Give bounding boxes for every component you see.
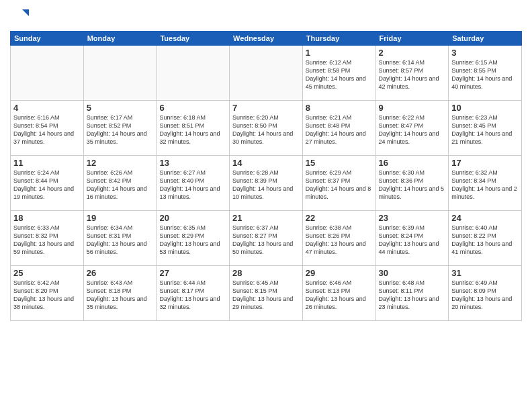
week-row-2: 11Sunrise: 6:24 AM Sunset: 8:44 PM Dayli… [11, 156, 522, 211]
day-number: 2 [379, 48, 446, 58]
day-info: Sunrise: 6:42 AM Sunset: 8:20 PM Dayligh… [13, 279, 81, 312]
week-row-0: 1Sunrise: 6:12 AM Sunset: 8:58 PM Daylig… [11, 46, 522, 101]
calendar-cell: 2Sunrise: 6:14 AM Sunset: 8:57 PM Daylig… [375, 46, 449, 101]
calendar-cell: 23Sunrise: 6:39 AM Sunset: 8:24 PM Dayli… [375, 211, 449, 266]
day-number: 3 [451, 48, 519, 58]
calendar-table: SundayMondayTuesdayWednesdayThursdayFrid… [10, 31, 522, 321]
day-number: 18 [13, 213, 81, 223]
day-info: Sunrise: 6:30 AM Sunset: 8:36 PM Dayligh… [379, 169, 446, 201]
day-info: Sunrise: 6:38 AM Sunset: 8:26 PM Dayligh… [306, 224, 373, 257]
day-number: 26 [87, 268, 154, 278]
day-number: 31 [451, 268, 519, 278]
day-info: Sunrise: 6:34 AM Sunset: 8:31 PM Dayligh… [87, 224, 154, 257]
day-number: 23 [379, 213, 446, 223]
logo [10, 7, 32, 27]
day-number: 19 [87, 213, 154, 223]
day-info: Sunrise: 6:18 AM Sunset: 8:51 PM Dayligh… [159, 113, 226, 146]
day-number: 1 [306, 48, 373, 58]
calendar-cell: 13Sunrise: 6:27 AM Sunset: 8:40 PM Dayli… [157, 156, 230, 211]
day-info: Sunrise: 6:33 AM Sunset: 8:32 PM Dayligh… [13, 224, 81, 257]
day-info: Sunrise: 6:24 AM Sunset: 8:44 PM Dayligh… [13, 169, 81, 201]
day-info: Sunrise: 6:48 AM Sunset: 8:11 PM Dayligh… [379, 279, 446, 312]
page-container: SundayMondayTuesdayWednesdayThursdayFrid… [0, 0, 532, 411]
day-number: 16 [379, 158, 446, 168]
day-info: Sunrise: 6:27 AM Sunset: 8:40 PM Dayligh… [159, 169, 226, 201]
calendar-cell: 15Sunrise: 6:29 AM Sunset: 8:37 PM Dayli… [302, 156, 375, 211]
header [10, 7, 522, 27]
column-header-saturday: Saturday [449, 32, 522, 46]
day-info: Sunrise: 6:40 AM Sunset: 8:22 PM Dayligh… [451, 224, 519, 257]
day-info: Sunrise: 6:29 AM Sunset: 8:37 PM Dayligh… [306, 169, 373, 201]
calendar-cell: 28Sunrise: 6:45 AM Sunset: 8:15 PM Dayli… [230, 266, 303, 321]
calendar-cell: 10Sunrise: 6:23 AM Sunset: 8:45 PM Dayli… [449, 101, 522, 156]
calendar-cell: 1Sunrise: 6:12 AM Sunset: 8:58 PM Daylig… [302, 46, 375, 101]
calendar-cell: 22Sunrise: 6:38 AM Sunset: 8:26 PM Dayli… [302, 211, 375, 266]
calendar-cell: 20Sunrise: 6:35 AM Sunset: 8:29 PM Dayli… [157, 211, 230, 266]
calendar-cell [230, 46, 303, 101]
calendar-cell: 6Sunrise: 6:18 AM Sunset: 8:51 PM Daylig… [157, 101, 230, 156]
day-number: 28 [232, 268, 300, 278]
day-info: Sunrise: 6:17 AM Sunset: 8:52 PM Dayligh… [87, 113, 154, 146]
day-number: 30 [379, 268, 446, 278]
column-header-tuesday: Tuesday [157, 32, 230, 46]
week-row-4: 25Sunrise: 6:42 AM Sunset: 8:20 PM Dayli… [11, 266, 522, 321]
day-number: 25 [13, 268, 81, 278]
day-info: Sunrise: 6:35 AM Sunset: 8:29 PM Dayligh… [159, 224, 226, 257]
day-info: Sunrise: 6:15 AM Sunset: 8:55 PM Dayligh… [451, 58, 519, 91]
day-info: Sunrise: 6:46 AM Sunset: 8:13 PM Dayligh… [306, 279, 373, 312]
day-number: 4 [13, 103, 81, 113]
day-number: 22 [306, 213, 373, 223]
day-number: 15 [306, 158, 373, 168]
day-info: Sunrise: 6:21 AM Sunset: 8:48 PM Dayligh… [306, 113, 373, 146]
header-row: SundayMondayTuesdayWednesdayThursdayFrid… [11, 32, 522, 46]
day-info: Sunrise: 6:37 AM Sunset: 8:27 PM Dayligh… [232, 224, 300, 257]
column-header-sunday: Sunday [11, 32, 84, 46]
calendar-cell: 31Sunrise: 6:49 AM Sunset: 8:09 PM Dayli… [449, 266, 522, 321]
day-info: Sunrise: 6:14 AM Sunset: 8:57 PM Dayligh… [379, 58, 446, 91]
week-row-1: 4Sunrise: 6:16 AM Sunset: 8:54 PM Daylig… [11, 101, 522, 156]
day-info: Sunrise: 6:20 AM Sunset: 8:50 PM Dayligh… [232, 113, 300, 146]
column-header-thursday: Thursday [302, 32, 375, 46]
calendar-cell: 4Sunrise: 6:16 AM Sunset: 8:54 PM Daylig… [11, 101, 84, 156]
calendar-cell: 26Sunrise: 6:43 AM Sunset: 8:18 PM Dayli… [83, 266, 157, 321]
svg-marker-0 [22, 9, 29, 16]
calendar-cell: 25Sunrise: 6:42 AM Sunset: 8:20 PM Dayli… [11, 266, 84, 321]
calendar-body: 1Sunrise: 6:12 AM Sunset: 8:58 PM Daylig… [11, 46, 522, 321]
day-info: Sunrise: 6:44 AM Sunset: 8:17 PM Dayligh… [159, 279, 226, 312]
calendar-cell: 17Sunrise: 6:32 AM Sunset: 8:34 PM Dayli… [449, 156, 522, 211]
day-info: Sunrise: 6:26 AM Sunset: 8:42 PM Dayligh… [87, 169, 154, 201]
calendar-cell: 9Sunrise: 6:22 AM Sunset: 8:47 PM Daylig… [375, 101, 449, 156]
day-number: 13 [159, 158, 226, 168]
day-info: Sunrise: 6:32 AM Sunset: 8:34 PM Dayligh… [451, 169, 519, 201]
calendar-cell: 16Sunrise: 6:30 AM Sunset: 8:36 PM Dayli… [375, 156, 449, 211]
day-info: Sunrise: 6:16 AM Sunset: 8:54 PM Dayligh… [13, 113, 81, 146]
calendar-cell [157, 46, 230, 101]
calendar-cell: 3Sunrise: 6:15 AM Sunset: 8:55 PM Daylig… [449, 46, 522, 101]
column-header-monday: Monday [83, 32, 157, 46]
calendar-cell: 12Sunrise: 6:26 AM Sunset: 8:42 PM Dayli… [83, 156, 157, 211]
day-info: Sunrise: 6:23 AM Sunset: 8:45 PM Dayligh… [451, 113, 519, 146]
day-number: 24 [451, 213, 519, 223]
day-number: 20 [159, 213, 226, 223]
calendar-cell: 11Sunrise: 6:24 AM Sunset: 8:44 PM Dayli… [11, 156, 84, 211]
calendar-cell [11, 46, 84, 101]
day-number: 10 [451, 103, 519, 113]
day-number: 6 [159, 103, 226, 113]
day-info: Sunrise: 6:12 AM Sunset: 8:58 PM Dayligh… [306, 58, 373, 91]
day-info: Sunrise: 6:39 AM Sunset: 8:24 PM Dayligh… [379, 224, 446, 257]
day-number: 7 [232, 103, 300, 113]
calendar-cell: 14Sunrise: 6:28 AM Sunset: 8:39 PM Dayli… [230, 156, 303, 211]
calendar-cell: 24Sunrise: 6:40 AM Sunset: 8:22 PM Dayli… [449, 211, 522, 266]
day-number: 8 [306, 103, 373, 113]
calendar-cell: 27Sunrise: 6:44 AM Sunset: 8:17 PM Dayli… [157, 266, 230, 321]
logo-icon [10, 7, 30, 27]
calendar-cell: 30Sunrise: 6:48 AM Sunset: 8:11 PM Dayli… [375, 266, 449, 321]
day-number: 21 [232, 213, 300, 223]
calendar-cell: 19Sunrise: 6:34 AM Sunset: 8:31 PM Dayli… [83, 211, 157, 266]
calendar-cell [83, 46, 157, 101]
day-number: 9 [379, 103, 446, 113]
column-header-wednesday: Wednesday [230, 32, 303, 46]
calendar-cell: 5Sunrise: 6:17 AM Sunset: 8:52 PM Daylig… [83, 101, 157, 156]
day-number: 11 [13, 158, 81, 168]
column-header-friday: Friday [375, 32, 449, 46]
